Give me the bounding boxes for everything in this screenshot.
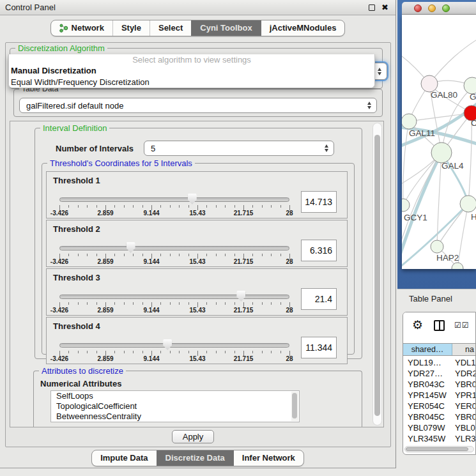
dropdown-option-manual-discretization[interactable]: Manual Discretization [9, 65, 374, 77]
network-window-titlebar[interactable] [402, 2, 476, 15]
numerical-attributes-list[interactable]: SelfLoopsTopologicalCoefficientBetweenne… [50, 390, 300, 422]
dropdown-option-equal-width-frequency[interactable]: Equal Width/Frequency Discretization [9, 77, 374, 88]
close-traffic-light-icon[interactable] [414, 4, 422, 12]
table-cell[interactable]: YER054C [403, 401, 452, 411]
slider-track[interactable] [59, 343, 289, 348]
table-cell[interactable]: YBR0 [452, 411, 475, 422]
tab-cyni-toolbox[interactable]: Cyni Toolbox [191, 20, 260, 36]
node-label: HAP2 [436, 253, 459, 263]
slider-track[interactable] [59, 246, 289, 250]
table-cell[interactable]: YDL1 [452, 357, 475, 368]
table-row[interactable]: YDL19…YDL1 [403, 357, 475, 368]
table-row[interactable]: YBR045CYBR0 [403, 411, 475, 422]
tab-jactivemnodules[interactable]: jActiveMNodules [261, 20, 345, 36]
table-row[interactable]: YBR043CYBR0 [403, 379, 475, 390]
table-row[interactable]: YPR145WYPR1 [403, 390, 475, 401]
split-pane-icon[interactable] [434, 320, 445, 331]
tick-mark [179, 205, 180, 208]
threshold-3-slider[interactable]: -3.4262.8599.14415.4321.71528 [59, 291, 289, 314]
tab-label: Infer Network [242, 451, 295, 465]
threshold-1-slider[interactable]: -3.4262.8599.14415.4321.71528 [59, 194, 289, 217]
tick-label: 9.144 [143, 258, 159, 265]
tab-select[interactable]: Select [150, 20, 191, 36]
list-item[interactable]: BetweennessCentrality [51, 411, 299, 422]
close-icon[interactable]: ✖ [381, 0, 388, 15]
minimize-traffic-light-icon[interactable] [428, 4, 436, 12]
tick-mark [78, 302, 79, 305]
table-data-combobox[interactable]: galFiltered.sif default node [19, 98, 377, 113]
network-edge[interactable] [403, 121, 409, 205]
table-cell[interactable]: YLR3 [452, 433, 475, 444]
table-cell[interactable]: YBR045C [403, 411, 452, 422]
checkbox-checked-icons[interactable]: ☑☑ [454, 321, 470, 330]
tick-mark [68, 351, 69, 353]
node-gcy1[interactable] [402, 199, 410, 211]
threshold-4-value-field[interactable]: 11.344 [301, 337, 337, 358]
table-rows: YDL19…YDL1YDR27…YDR2YBR043CYBR0YPR145WYP… [403, 357, 475, 454]
table-cell[interactable]: YPR145W [403, 390, 452, 401]
column-header-shared-name[interactable]: shared… [403, 344, 452, 355]
slider-track[interactable] [59, 295, 289, 299]
node-hap2[interactable] [431, 240, 443, 253]
node-h[interactable] [460, 196, 476, 212]
column-header-name[interactable]: na [452, 344, 475, 355]
zoom-traffic-light-icon[interactable] [442, 4, 450, 12]
tab-style[interactable]: Style [112, 20, 150, 36]
list-scrollbar[interactable] [291, 392, 298, 421]
node-gal4[interactable] [431, 142, 452, 163]
table-cell[interactable]: YDL19… [403, 357, 452, 368]
network-edge[interactable] [429, 38, 476, 84]
table-cell[interactable]: YBL079W [403, 422, 452, 433]
tick-label: -3.426 [50, 307, 68, 314]
tick-label: 2.859 [97, 258, 113, 265]
table-cell[interactable]: YBR043C [403, 379, 452, 390]
algorithm-dropdown-popup: Select algorithm to view settings Manual… [8, 54, 375, 88]
tick-mark [262, 351, 263, 353]
tick-mark [271, 351, 272, 353]
threshold-4-slider[interactable]: -3.4262.8599.14415.4321.71528 [59, 339, 289, 362]
tick-label: 28 [286, 355, 293, 362]
network-canvas[interactable]: GAL80GACGAL11GAL4GCY1HHAP2 [402, 15, 476, 269]
slider-handle[interactable] [188, 194, 197, 204]
table-cell[interactable]: YLR345W [403, 433, 452, 444]
slider-track[interactable] [59, 197, 289, 202]
tick-label: 2.859 [97, 307, 113, 314]
float-window-icon[interactable] [369, 4, 375, 11]
tick-mark [124, 254, 125, 256]
table-cell[interactable]: YBR0 [452, 379, 475, 390]
threshold-3-value-field[interactable]: 21.4 [301, 288, 337, 310]
network-edge[interactable] [409, 113, 472, 121]
table-row[interactable]: YER054CYER0 [403, 401, 475, 411]
threshold-2-slider[interactable]: -3.4262.8599.14415.4321.71528 [59, 242, 289, 265]
list-item[interactable]: TopologicalCoefficient [51, 401, 299, 411]
apply-button[interactable]: Apply [172, 430, 214, 443]
tab-network[interactable]: Network [51, 20, 112, 36]
table-row[interactable]: YLR345WYLR3 [403, 433, 475, 444]
threshold-1-value-field[interactable]: 14.713 [301, 191, 337, 213]
threshold-2-value-field[interactable]: 6.316 [301, 240, 337, 261]
tab-discretize-data[interactable]: Discretize Data [157, 450, 233, 466]
slider-handle[interactable] [163, 339, 172, 350]
table-cell[interactable]: YDR2 [452, 368, 475, 379]
table-horizontal-scrollbar[interactable] [404, 446, 474, 452]
node-gal11[interactable] [402, 114, 417, 129]
network-view-window[interactable]: GAL80GACGAL11GAL4GCY1HHAP2 [397, 0, 476, 289]
tab-impute-data[interactable]: Impute Data [92, 450, 156, 466]
slider-handle[interactable] [236, 291, 245, 302]
table-cell[interactable]: YPR1 [452, 390, 475, 401]
list-item[interactable]: SelfLoops [51, 391, 299, 401]
table-row[interactable]: YBL079WYBL0 [403, 422, 475, 433]
table-cell[interactable]: YDR27… [403, 368, 452, 379]
table-panel-window: ⚙ ☑☑ shared… na YDL19…YDL1YDR27…YDR2YBR0… [403, 312, 476, 455]
table-row[interactable]: YDR27…YDR2 [403, 368, 475, 379]
bottom-tabbar: Impute DataDiscretize DataInfer Network [0, 450, 395, 465]
tab-infer-network[interactable]: Infer Network [233, 450, 303, 466]
tick-mark [133, 302, 134, 305]
settings-vertical-scrollbar[interactable] [372, 123, 382, 426]
table-cell[interactable]: YER0 [452, 401, 475, 411]
tick-mark [96, 205, 97, 208]
table-cell[interactable]: YBL0 [452, 422, 475, 433]
gear-icon[interactable]: ⚙ [412, 318, 423, 332]
slider-handle[interactable] [127, 242, 135, 253]
number-of-intervals-combobox[interactable]: 5 [144, 141, 334, 156]
